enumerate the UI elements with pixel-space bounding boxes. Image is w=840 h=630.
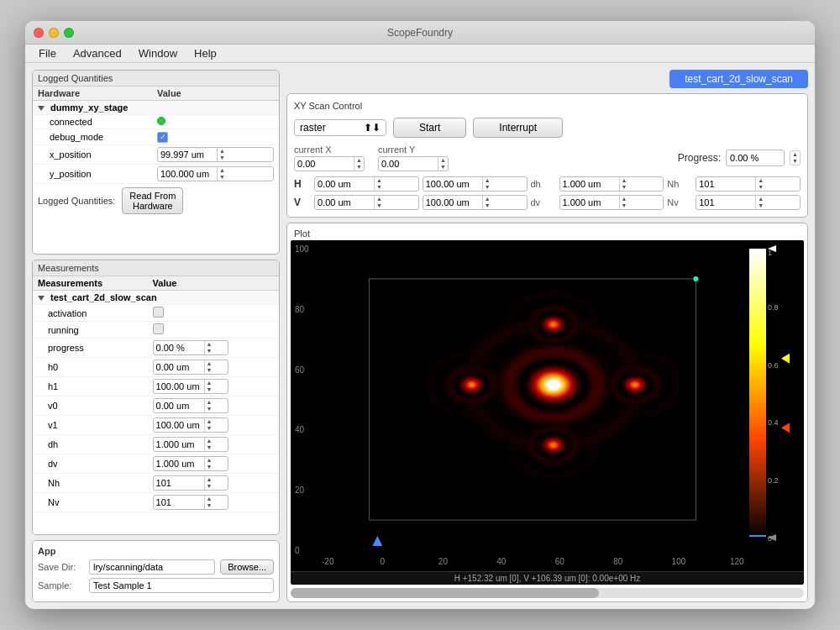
nh-spinner[interactable]: ▲ ▼: [153, 475, 228, 491]
dv-scan-input[interactable]: [560, 197, 619, 207]
nv-down[interactable]: ▼: [205, 502, 214, 509]
ypos-down[interactable]: ▼: [218, 174, 227, 181]
h1-scan-input[interactable]: [423, 179, 482, 189]
v0-down[interactable]: ▼: [205, 406, 214, 412]
cy-down[interactable]: ▼: [438, 164, 448, 171]
xpos-down[interactable]: ▼: [218, 155, 227, 161]
nv-up[interactable]: ▲: [205, 496, 214, 502]
h0-spinner[interactable]: ▲ ▼: [153, 360, 228, 375]
nh-up[interactable]: ▲: [205, 476, 214, 483]
expand-icon[interactable]: [38, 106, 45, 111]
xpos-input[interactable]: [158, 150, 217, 160]
activation-checkbox[interactable]: [153, 307, 164, 318]
current-y-spinner[interactable]: ▲ ▼: [378, 156, 449, 171]
dv-input[interactable]: [154, 459, 204, 469]
running-checkbox[interactable]: [153, 323, 164, 334]
menu-file[interactable]: File: [32, 45, 63, 61]
meas-activation-row: activation: [33, 305, 279, 322]
nv-input[interactable]: [154, 497, 204, 507]
cx-down[interactable]: ▼: [354, 164, 364, 171]
progress-up[interactable]: ▲: [205, 341, 214, 348]
dv-spinner[interactable]: ▲ ▼: [559, 195, 664, 210]
read-from-hardware-button[interactable]: Read FromHardware: [122, 187, 183, 214]
dv-up[interactable]: ▲: [205, 457, 214, 464]
h1-up[interactable]: ▲: [205, 380, 214, 386]
progress-down-btn[interactable]: ▼: [790, 158, 800, 165]
dh-down[interactable]: ▼: [205, 444, 214, 451]
nv-spinner[interactable]: ▲ ▼: [696, 195, 801, 210]
current-x-spinner[interactable]: ▲ ▼: [294, 156, 365, 171]
meas-dh-row: dh ▲ ▼: [33, 435, 279, 454]
meas-v1-row: v1 ▲ ▼: [33, 416, 279, 435]
nh-input[interactable]: [154, 478, 204, 488]
xpos-up[interactable]: ▲: [218, 148, 227, 155]
progress-up-btn[interactable]: ▲: [790, 151, 800, 158]
dh-input[interactable]: [154, 439, 204, 449]
measurements-scroll[interactable]: Measurements Value test_cart_2d_slow_sca…: [33, 276, 279, 534]
h1-down[interactable]: ▼: [205, 386, 214, 393]
dh-spinner[interactable]: ▲ ▼: [153, 437, 228, 452]
browse-button[interactable]: Browse...: [220, 559, 274, 575]
v1-spinner[interactable]: ▲ ▼: [153, 417, 228, 433]
dh-spinner[interactable]: ▲ ▼: [559, 176, 664, 192]
sample-input[interactable]: [89, 578, 274, 593]
nv-spinner[interactable]: ▲ ▼: [153, 495, 228, 510]
h1-input[interactable]: [154, 381, 204, 391]
ypos-spinner[interactable]: ▲ ▼: [157, 166, 274, 181]
h1-spinner[interactable]: ▲ ▼: [423, 176, 528, 192]
current-y-input[interactable]: [379, 159, 438, 169]
bottom-scrollbar[interactable]: [291, 588, 804, 598]
progress-down[interactable]: ▼: [205, 348, 214, 354]
v0-input[interactable]: [154, 401, 204, 411]
v0-spinner[interactable]: ▲ ▼: [153, 398, 228, 413]
v0-spinner[interactable]: ▲ ▼: [314, 195, 419, 210]
current-x-input[interactable]: [295, 159, 354, 169]
dv-spinner[interactable]: ▲ ▼: [153, 456, 228, 471]
meas-progress-spinner[interactable]: ▲ ▼: [153, 340, 228, 355]
hw-row-debug: debug_mode ✓: [33, 129, 279, 145]
h0-spinner[interactable]: ▲ ▼: [314, 176, 419, 192]
v1-down[interactable]: ▼: [205, 425, 214, 432]
ypos-up[interactable]: ▲: [218, 167, 227, 174]
v0-up[interactable]: ▲: [205, 399, 214, 406]
xy-scan-panel: XY Scan Control raster ⬆⬇ Start Interrup…: [286, 93, 808, 218]
xpos-spinner[interactable]: ▲ ▼: [157, 147, 274, 162]
dh-scan-input[interactable]: [560, 179, 619, 189]
hw-xpos-label: x_position: [33, 144, 152, 164]
meas-progress-input[interactable]: [154, 343, 204, 353]
h0-scan-input[interactable]: [315, 179, 374, 189]
fullscreen-button[interactable]: [64, 28, 74, 38]
debug-checkbox[interactable]: ✓: [157, 132, 168, 143]
start-button[interactable]: Start: [393, 118, 466, 138]
v1-input[interactable]: [154, 420, 204, 430]
h0-down[interactable]: ▼: [205, 367, 214, 374]
h0-input[interactable]: [154, 362, 204, 372]
v1-spinner[interactable]: ▲ ▼: [423, 195, 528, 210]
dh-up[interactable]: ▲: [205, 438, 214, 444]
v0-scan-input[interactable]: [315, 197, 374, 207]
save-dir-input[interactable]: [89, 559, 215, 575]
meas-expand-icon[interactable]: [38, 296, 45, 301]
h0-up[interactable]: ▲: [205, 360, 214, 367]
dv-down[interactable]: ▼: [205, 464, 214, 470]
ypos-input[interactable]: [158, 169, 217, 179]
scan-type-select[interactable]: raster ⬆⬇: [294, 119, 386, 136]
active-scan-button[interactable]: test_cart_2d_slow_scan: [669, 70, 808, 88]
cx-up[interactable]: ▲: [354, 157, 364, 164]
minimize-button[interactable]: [49, 28, 59, 38]
h1-spinner[interactable]: ▲ ▼: [153, 379, 228, 394]
nh-down[interactable]: ▼: [205, 483, 214, 490]
v1-up[interactable]: ▲: [205, 418, 214, 425]
v1-scan-input[interactable]: [423, 197, 482, 207]
close-button[interactable]: [34, 28, 44, 38]
menu-help[interactable]: Help: [187, 45, 223, 61]
interrupt-button[interactable]: Interrupt: [473, 118, 563, 138]
nh-spinner[interactable]: ▲ ▼: [696, 176, 801, 192]
nv-scan-input[interactable]: [696, 197, 755, 207]
meas-nv-label: Nv: [33, 493, 148, 512]
nh-scan-input[interactable]: [696, 179, 755, 189]
hardware-col1: Hardware: [33, 87, 152, 101]
cy-up[interactable]: ▲: [438, 157, 448, 164]
menu-advanced[interactable]: Advanced: [66, 45, 129, 61]
menu-window[interactable]: Window: [132, 45, 184, 61]
